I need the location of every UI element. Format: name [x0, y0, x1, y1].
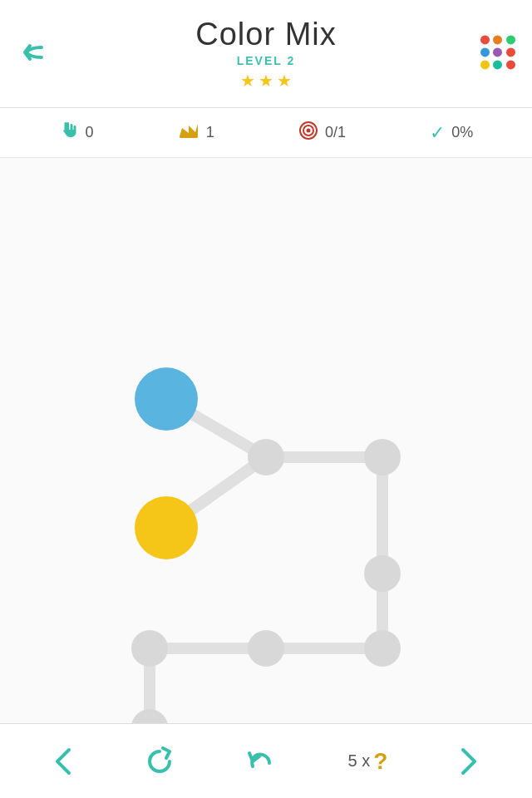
- menu-dot-9: [506, 60, 515, 69]
- svg-point-3: [307, 128, 311, 132]
- junction-node-4[interactable]: [131, 630, 168, 667]
- header: Color Mix LEVEL 2 ★ ★ ★: [0, 0, 532, 108]
- menu-dot-2: [493, 35, 502, 44]
- moves-value: 0: [86, 124, 94, 141]
- menu-dot-4: [480, 47, 490, 57]
- junction-node-7[interactable]: [131, 709, 168, 723]
- game-title: Color Mix: [195, 17, 336, 52]
- crown-icon: [178, 121, 200, 145]
- junction-node-5[interactable]: [248, 630, 284, 667]
- yellow-node[interactable]: [135, 496, 198, 559]
- refresh-button[interactable]: [145, 746, 175, 776]
- menu-dot-6: [506, 47, 515, 57]
- hint-area[interactable]: 5 x ?: [348, 748, 388, 775]
- star-1: ★: [240, 71, 255, 91]
- undo-button[interactable]: [246, 746, 276, 776]
- level-label: LEVEL 2: [237, 54, 296, 67]
- progress-value: 0%: [451, 124, 473, 141]
- junction-node-1[interactable]: [248, 439, 284, 475]
- hand-icon: [59, 121, 79, 145]
- junction-node-2[interactable]: [364, 439, 401, 475]
- progress-stat: ✓ 0%: [430, 122, 473, 144]
- menu-dot-8: [493, 60, 502, 69]
- game-nodes[interactable]: [131, 367, 401, 723]
- menu-dot-1: [480, 35, 490, 44]
- blue-node[interactable]: [135, 367, 198, 431]
- hint-button[interactable]: ?: [373, 748, 387, 775]
- crown-value: 1: [206, 124, 214, 141]
- target-icon: [298, 121, 318, 145]
- target-value: 0/1: [325, 124, 346, 141]
- menu-dot-5: [493, 47, 502, 57]
- junction-node-6[interactable]: [364, 630, 401, 667]
- game-canvas: [0, 158, 532, 723]
- game-area[interactable]: [0, 158, 532, 723]
- target-stat: 0/1: [298, 121, 346, 145]
- menu-button[interactable]: [480, 35, 515, 69]
- back-button[interactable]: [17, 36, 50, 72]
- star-2: ★: [259, 71, 273, 91]
- check-icon: ✓: [430, 122, 445, 144]
- menu-dot-3: [506, 35, 515, 44]
- menu-dot-7: [480, 60, 490, 69]
- prev-button[interactable]: [52, 746, 72, 776]
- next-button[interactable]: [460, 746, 480, 776]
- stars-row: ★ ★ ★: [240, 71, 292, 91]
- svg-rect-0: [180, 135, 198, 138]
- hint-count: 5 x: [348, 751, 371, 771]
- crown-stat: 1: [178, 121, 214, 145]
- moves-stat: 0: [59, 121, 94, 145]
- bottom-bar: 5 x ?: [0, 723, 532, 798]
- star-3: ★: [277, 71, 292, 91]
- stats-bar: 0 1 0/1 ✓ 0%: [0, 108, 532, 158]
- junction-node-3[interactable]: [364, 555, 401, 592]
